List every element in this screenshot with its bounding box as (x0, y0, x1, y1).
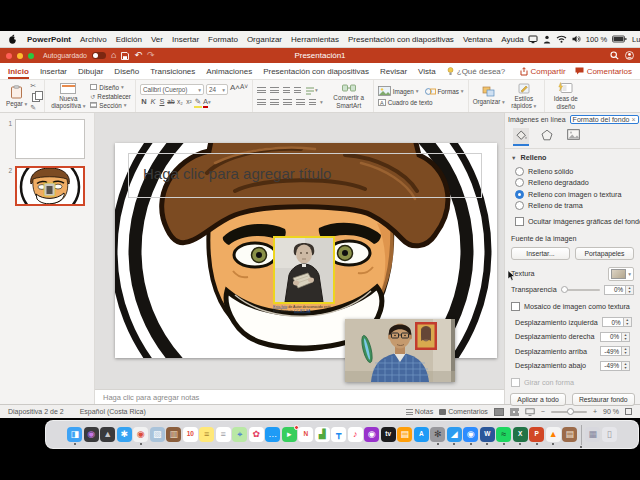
dock-icon-zoom[interactable]: ◉ (463, 427, 478, 442)
offset-stepper[interactable]: ▴▾ (622, 361, 630, 371)
grow-font-button[interactable]: A˄ (230, 84, 238, 95)
align-center-button[interactable] (270, 99, 279, 106)
dock-icon-siri[interactable]: ◉ (84, 427, 99, 442)
highlight-color-button[interactable]: ✎ (194, 98, 202, 108)
dock-icon-trash[interactable]: ▯ (602, 427, 617, 442)
notes-toggle[interactable]: Notas (406, 408, 433, 415)
menubar-item[interactable]: PowerPoint (27, 35, 71, 44)
ribbon-tab[interactable]: Animaciones (206, 63, 252, 79)
menubar-item[interactable]: Ver (151, 35, 163, 44)
dock-icon-photos[interactable]: ✿ (249, 427, 264, 442)
dock-icon-tv[interactable]: tv (381, 427, 396, 442)
inserted-photo[interactable] (273, 236, 335, 304)
design-ideas-button[interactable]: Ideas de diseño (549, 82, 583, 109)
dock-icon-powerpoint[interactable]: P (529, 427, 544, 442)
collapse-section-icon[interactable]: ▼ (511, 155, 516, 161)
ribbon-tab[interactable]: Transiciones (150, 63, 195, 79)
dock-icon-numbers[interactable]: ▟ (315, 427, 330, 442)
strikethrough-button[interactable]: ab (167, 99, 175, 106)
dock-icon-keynote[interactable]: ┳ (331, 427, 346, 442)
section-button[interactable]: Sección▾ (90, 102, 126, 109)
slide-thumbnail-2[interactable] (15, 166, 85, 206)
dock-icon-safari[interactable]: ✱ (117, 427, 132, 442)
format-painter-button[interactable]: ✎ (30, 104, 36, 111)
insert-picture-button[interactable]: Insertar... (511, 247, 570, 260)
slide-thumbnail-1[interactable] (15, 119, 85, 159)
cut-button[interactable]: ✂ (30, 82, 36, 89)
language-indicator[interactable]: Español (Costa Rica) (80, 408, 146, 415)
ribbon-tab[interactable]: Dibujar (78, 63, 103, 79)
ribbon-tab[interactable]: Diseño (114, 63, 139, 79)
fill-bucket-icon[interactable] (513, 128, 529, 146)
dock-icon-finder[interactable]: ◨ (67, 427, 82, 442)
decrease-indent-button[interactable] (283, 87, 290, 94)
offset-value[interactable]: 0% (600, 332, 622, 342)
font-name-select[interactable]: Calibri (Cuerpo)▾ (140, 84, 204, 95)
undo-icon[interactable]: ↶ (134, 51, 142, 60)
tab-online-images[interactable]: Imágenes en línea (508, 116, 566, 123)
attribution-license-link[interactable]: CC BY-SA (294, 309, 311, 313)
slider-knob[interactable] (561, 286, 568, 293)
ribbon-tab[interactable]: Vista (418, 63, 436, 79)
minimize-window-button[interactable] (17, 53, 23, 59)
dock-icon-messages[interactable]: … (265, 427, 280, 442)
offset-value[interactable]: -49% (600, 346, 622, 356)
offset-stepper[interactable]: ▴▾ (624, 317, 632, 327)
transparency-slider[interactable] (561, 289, 600, 291)
fill-option-radio[interactable]: Relleno sólido (515, 167, 630, 176)
bullets-button[interactable] (257, 87, 266, 94)
autosave-toggle[interactable] (92, 52, 106, 59)
zoom-slider[interactable] (551, 411, 587, 413)
dock-icon-music[interactable]: ♪ (348, 427, 363, 442)
dock-icon-word[interactable]: W (480, 427, 495, 442)
dock-icon-downloads[interactable]: ▦ (585, 427, 600, 442)
menubar-item[interactable]: Organizar (247, 35, 282, 44)
dock-icon-launchpad[interactable]: ▲ (100, 427, 115, 442)
title-placeholder[interactable]: Haga clic para agregar título (128, 153, 482, 198)
dock-icon-excel[interactable]: X (513, 427, 528, 442)
dock-icon-vlc[interactable]: ▲ (546, 427, 561, 442)
underline-button[interactable]: S (158, 98, 166, 106)
titlebar-search-icon[interactable] (610, 51, 619, 60)
ribbon-tab[interactable]: Inicio (8, 63, 29, 79)
dock-icon-podcasts[interactable]: ◉ (364, 427, 379, 442)
menubar-item[interactable]: Edición (116, 35, 142, 44)
fill-option-radio[interactable]: Relleno de trama (515, 201, 630, 210)
transparency-value[interactable]: 0% (604, 285, 626, 295)
menubar-item[interactable]: Presentación con diapositivas (348, 35, 454, 44)
close-window-button[interactable] (6, 53, 12, 59)
bold-button[interactable]: N (140, 98, 148, 106)
justify-button[interactable] (296, 99, 305, 106)
insert-textbox-button[interactable]: A Cuadro de texto (378, 99, 433, 106)
picture-icon[interactable] (565, 128, 582, 146)
hide-background-checkbox[interactable]: Ocultar imágenes gráficas del fondo (515, 217, 630, 226)
slide-counter[interactable]: Diapositiva 2 de 2 (8, 408, 64, 415)
redo-icon[interactable]: ↷ (147, 51, 155, 60)
notes-pane[interactable]: Haga clic para agregar notas (95, 389, 504, 404)
transparency-stepper[interactable]: ▴▾ (626, 285, 634, 295)
dock-icon-news[interactable]: N (298, 427, 313, 442)
save-icon[interactable] (121, 52, 129, 60)
fill-option-radio[interactable]: Relleno degradado (515, 178, 630, 187)
insert-image-button[interactable]: Imagen▾ (378, 86, 419, 96)
zoom-window-button[interactable] (28, 53, 34, 59)
dock-icon-preview[interactable]: ▧ (150, 427, 165, 442)
layout-button[interactable]: Diseño▾ (90, 84, 123, 91)
align-right-button[interactable] (283, 99, 292, 106)
dock-icon-notebook[interactable]: ▤ (562, 427, 577, 442)
clipboard-paste-button[interactable]: Portapapeles (575, 247, 634, 260)
tell-me-control[interactable]: ¿Qué desea? (447, 67, 505, 76)
menubar-item[interactable]: Herramientas (291, 35, 339, 44)
tile-picture-checkbox[interactable]: Mosaico de imagen como textura (511, 302, 634, 311)
home-icon[interactable]: ⌂ (111, 51, 116, 60)
ribbon-tab[interactable]: Presentación con diapositivas (263, 63, 369, 79)
normal-view-button[interactable] (494, 408, 504, 416)
numbering-button[interactable] (270, 87, 279, 94)
paste-button[interactable]: Pegar ▾ (6, 85, 27, 107)
fill-option-radio[interactable]: Relleno con imagen o textura (515, 190, 630, 199)
comments-button[interactable]: Comentarios (575, 67, 632, 76)
apple-menu-icon[interactable] (8, 34, 17, 44)
offset-stepper[interactable]: ▴▾ (622, 332, 630, 342)
effects-pentagon-icon[interactable] (539, 128, 555, 146)
subscript-button[interactable]: x₂ (176, 99, 184, 106)
